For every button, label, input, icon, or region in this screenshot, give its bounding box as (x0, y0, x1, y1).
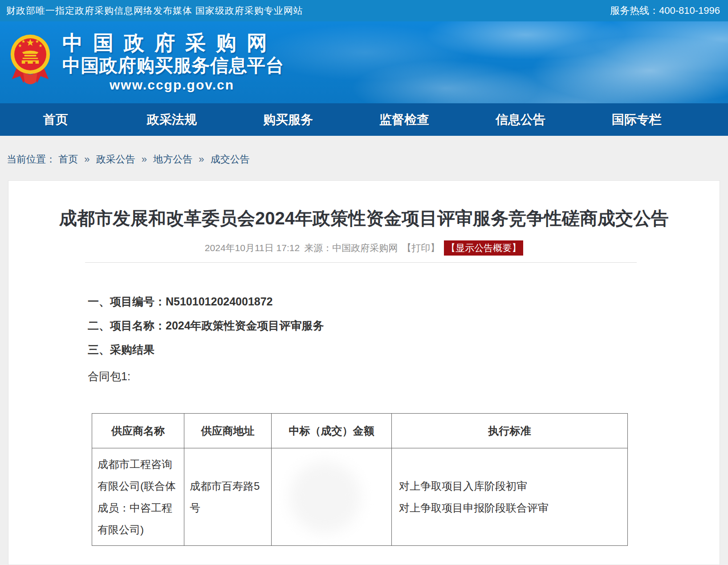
nav-item-home[interactable]: 首页 (30, 111, 81, 128)
article-container: 成都市发展和改革委员会2024年政策性资金项目评审服务竞争性磋商成交公告 202… (8, 180, 720, 565)
col-header-supplier-address: 供应商地址 (184, 414, 272, 448)
nav-item-regulations[interactable]: 政采法规 (146, 111, 197, 128)
national-emblem-icon (9, 31, 52, 88)
standard-line-1: 对上争取项目入库阶段初审 (399, 475, 620, 497)
cell-amount (272, 448, 392, 546)
platform-name: 中国政府购买服务信息平台 (62, 55, 284, 76)
article-source: 来源：中国政府采购网 (304, 242, 398, 254)
nav-item-announcements[interactable]: 信息公告 (495, 111, 546, 128)
redaction-smudge (289, 462, 361, 533)
project-number-line: 一、项目编号：N5101012024001872 (88, 295, 720, 308)
main-navigation: 首页 政采法规 购买服务 监督检查 信息公告 国际专栏 (0, 103, 728, 136)
breadcrumb-separator: » (142, 154, 147, 165)
top-strip: 财政部唯一指定政府采购信息网络发布媒体 国家级政府采购专业网站 服务热线：400… (0, 0, 728, 21)
article-meta: 2024年10月11日 17:12 来源：中国政府采购网 【打印】 【显示公告概… (8, 240, 720, 256)
service-hotline: 服务热线：400-810-1996 (610, 4, 720, 17)
breadcrumb-separator: » (84, 154, 89, 165)
nav-item-international[interactable]: 国际专栏 (611, 111, 662, 128)
breadcrumb: 当前位置： 首页 » 政采公告 » 地方公告 » 成交公告 (0, 136, 728, 180)
table-row: 成都市工程咨询有限公司(联合体成员：中咨工程有限公司) 成都市百寿路5号 对上争… (92, 448, 628, 546)
table-header-row: 供应商名称 供应商地址 中标（成交）金额 执行标准 (92, 414, 628, 448)
breadcrumb-link-zhengcai[interactable]: 政采公告 (96, 154, 135, 165)
site-name: 中国政府采购网 (62, 31, 284, 54)
article-title: 成都市发展和改革委员会2024年政策性资金项目评审服务竞争性磋商成交公告 (8, 181, 720, 229)
col-header-standard: 执行标准 (392, 414, 628, 448)
project-name-line: 二、项目名称：2024年政策性资金项目评审服务 (88, 319, 720, 332)
procurement-result-heading: 三、采购结果 (88, 343, 720, 356)
site-url: www.ccgp.gov.cn (62, 77, 281, 93)
col-header-amount: 中标（成交）金额 (272, 414, 392, 448)
breadcrumb-link-deal[interactable]: 成交公告 (211, 154, 250, 165)
cell-supplier-address: 成都市百寿路5号 (184, 448, 272, 546)
site-header: 中国政府采购网 中国政府购买服务信息平台 www.ccgp.gov.cn (0, 21, 728, 103)
project-number-label: 一、项目编号： (88, 295, 166, 308)
breadcrumb-link-local[interactable]: 地方公告 (153, 154, 192, 165)
cell-supplier-name: 成都市工程咨询有限公司(联合体成员：中咨工程有限公司) (92, 448, 184, 546)
header-text-block: 中国政府采购网 中国政府购买服务信息平台 www.ccgp.gov.cn (62, 31, 284, 93)
result-table: 供应商名称 供应商地址 中标（成交）金额 执行标准 成都市工程咨询有限公司(联合… (92, 413, 628, 546)
project-name-label: 二、项目名称： (88, 319, 166, 332)
standard-line-2: 对上争取项目申报阶段联合评审 (399, 497, 620, 519)
contract-package-label: 合同包1: (88, 369, 720, 384)
nav-item-supervision[interactable]: 监督检查 (379, 111, 430, 128)
print-button[interactable]: 【打印】 (402, 242, 439, 254)
breadcrumb-separator: » (199, 154, 204, 165)
meta-divider (85, 262, 637, 263)
publish-datetime: 2024年10月11日 17:12 (205, 242, 300, 254)
col-header-supplier-name: 供应商名称 (92, 414, 184, 448)
result-table-wrap: 供应商名称 供应商地址 中标（成交）金额 执行标准 成都市工程咨询有限公司(联合… (92, 413, 720, 546)
cell-standard: 对上争取项目入库阶段初审 对上争取项目申报阶段联合评审 (392, 448, 628, 546)
project-name-value: 2024年政策性资金项目评审服务 (166, 319, 324, 332)
show-summary-button[interactable]: 【显示公告概要】 (444, 240, 523, 256)
project-number-value: N5101012024001872 (166, 295, 273, 308)
site-logo[interactable]: 中国政府采购网 中国政府购买服务信息平台 www.ccgp.gov.cn (9, 31, 284, 93)
site-slogan: 财政部唯一指定政府采购信息网络发布媒体 国家级政府采购专业网站 (6, 4, 303, 17)
breadcrumb-link-home[interactable]: 首页 (58, 154, 78, 165)
nav-item-purchase-services[interactable]: 购买服务 (263, 111, 313, 128)
breadcrumb-label: 当前位置： (7, 154, 56, 165)
article-body: 一、项目编号：N5101012024001872 二、项目名称：2024年政策性… (88, 295, 720, 384)
